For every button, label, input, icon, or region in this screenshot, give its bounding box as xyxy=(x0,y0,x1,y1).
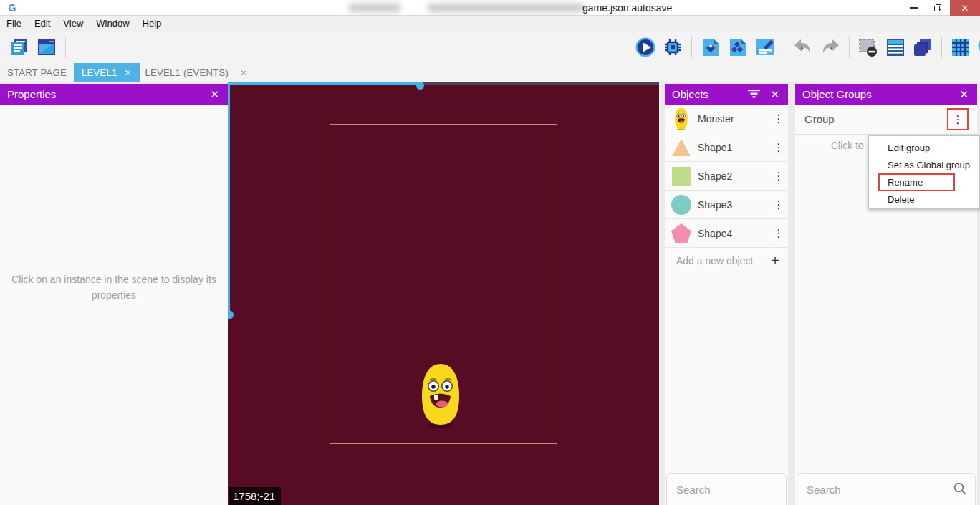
redacted-title-segment xyxy=(428,4,584,12)
add-object-group-icon[interactable] xyxy=(726,36,750,59)
title-bar: G game.json.autosave ✕ xyxy=(0,0,980,16)
selection-edge-top xyxy=(228,82,418,85)
object-row-shape1[interactable]: Shape1 ⋮ xyxy=(665,133,788,162)
groups-search-box xyxy=(797,473,976,505)
add-new-object-label: Add a new object xyxy=(676,255,771,266)
group-name: Group xyxy=(804,113,970,125)
search-icon[interactable] xyxy=(953,482,966,498)
object-name: Shape1 xyxy=(698,142,769,153)
tab-close-icon[interactable]: ✕ xyxy=(240,68,247,78)
tab-level1[interactable]: LEVEL1 ✕ xyxy=(74,63,140,82)
menu-item-edit-group[interactable]: Edit group xyxy=(869,140,979,157)
toolbar: 1:1 xyxy=(0,32,980,63)
kebab-menu-icon[interactable]: ⋮ xyxy=(948,115,967,125)
menu-item-rename[interactable]: Rename xyxy=(869,174,979,191)
menu-help[interactable]: Help xyxy=(136,16,168,32)
kebab-menu-icon[interactable]: ⋮ xyxy=(769,114,788,124)
circle-thumbnail-icon xyxy=(665,195,698,215)
objects-search-box xyxy=(666,473,787,505)
window-title: game.json.autosave xyxy=(582,2,672,14)
preview-play-icon[interactable] xyxy=(633,36,658,59)
object-name: Shape2 xyxy=(698,170,769,182)
tab-bar: START PAGE LEVEL1 ✕ LEVEL1 (EVENTS) ✕ xyxy=(0,63,980,82)
properties-title: Properties xyxy=(7,88,56,100)
plus-icon: + xyxy=(771,253,779,269)
properties-header: Properties ✕ xyxy=(0,84,228,105)
monster-thumbnail-icon xyxy=(665,107,698,130)
tab-label: LEVEL1 xyxy=(82,67,117,78)
close-button[interactable]: ✕ xyxy=(950,0,980,16)
square-thumbnail-icon xyxy=(665,167,698,186)
object-row-monster[interactable]: Monster ⋮ xyxy=(665,105,788,133)
close-icon: ✕ xyxy=(961,3,969,14)
annotation-box-kebab: ⋮ xyxy=(947,108,969,130)
close-icon[interactable]: ✕ xyxy=(958,88,970,101)
toolbar-divider xyxy=(784,37,784,58)
object-row-shape3[interactable]: Shape3 ⋮ xyxy=(665,191,788,219)
object-row-shape2[interactable]: Shape2 ⋮ xyxy=(665,162,788,191)
debugger-icon[interactable] xyxy=(660,36,685,59)
kebab-menu-icon[interactable]: ⋮ xyxy=(769,143,788,153)
monster-instance[interactable] xyxy=(416,362,465,429)
kebab-menu-icon[interactable]: ⋮ xyxy=(769,171,788,181)
start-page-icon[interactable] xyxy=(34,36,59,59)
restore-button[interactable] xyxy=(926,0,950,16)
group-context-menu: Edit group Set as Global group Rename De… xyxy=(868,135,980,209)
edit-scene-properties-icon[interactable] xyxy=(753,36,777,59)
add-new-object-button[interactable]: Add a new object + xyxy=(665,248,788,274)
tab-level1-events[interactable]: LEVEL1 (EVENTS) ✕ xyxy=(140,63,253,82)
objects-panel: Objects ✕ Monster ⋮ xyxy=(665,84,788,505)
close-icon[interactable]: ✕ xyxy=(208,88,221,101)
gdevelop-window: G game.json.autosave ✕ File Edit View Wi… xyxy=(0,0,980,505)
object-groups-header: Object Groups ✕ xyxy=(795,84,977,105)
project-manager-icon[interactable] xyxy=(7,36,32,59)
menu-bar: File Edit View Window Help xyxy=(0,16,980,32)
instances-list-icon[interactable] xyxy=(883,36,908,59)
tab-start-page[interactable]: START PAGE xyxy=(0,63,74,82)
menu-item-delete[interactable]: Delete xyxy=(869,191,979,208)
group-row[interactable]: Group ⋮ xyxy=(795,105,977,135)
object-name: Shape3 xyxy=(698,199,769,211)
groups-search-input[interactable] xyxy=(797,484,953,496)
grid-icon[interactable] xyxy=(948,36,973,59)
filter-icon[interactable] xyxy=(748,88,760,100)
object-name: Monster xyxy=(698,113,769,125)
menu-view[interactable]: View xyxy=(57,16,90,32)
add-object-icon[interactable] xyxy=(698,36,723,59)
menu-file[interactable]: File xyxy=(0,16,28,32)
menu-edit[interactable]: Edit xyxy=(28,16,57,32)
tab-label: START PAGE xyxy=(7,67,67,78)
layers-icon[interactable] xyxy=(911,36,935,59)
kebab-menu-icon[interactable]: ⋮ xyxy=(769,200,788,210)
redacted-title-segment xyxy=(349,4,400,12)
triangle-thumbnail-icon xyxy=(665,138,698,158)
toolbar-divider xyxy=(65,37,66,58)
toolbar-divider xyxy=(849,37,850,58)
redo-icon[interactable] xyxy=(818,36,842,59)
minimize-icon xyxy=(910,7,918,9)
kebab-menu-icon[interactable]: ⋮ xyxy=(769,229,788,239)
minimize-button[interactable] xyxy=(901,0,926,16)
undo-icon[interactable] xyxy=(791,36,815,59)
menu-window[interactable]: Window xyxy=(90,16,135,32)
scene-canvas[interactable]: 1758;-21 xyxy=(228,82,659,505)
properties-panel: Properties ✕ Click on an instance in the… xyxy=(0,84,228,505)
mask-icon[interactable] xyxy=(856,36,880,59)
toolbar-divider xyxy=(941,37,942,58)
objects-header: Objects ✕ xyxy=(665,84,788,105)
selection-edge-left xyxy=(228,82,230,316)
close-icon[interactable]: ✕ xyxy=(769,88,781,101)
pentagon-thumbnail-icon xyxy=(665,223,698,244)
selection-handle-left[interactable] xyxy=(228,310,234,319)
tab-close-icon[interactable]: ✕ xyxy=(125,68,132,78)
objects-title: Objects xyxy=(672,88,708,100)
zoom-1-1-icon[interactable]: 1:1 xyxy=(976,36,980,59)
cursor-coordinates: 1758;-21 xyxy=(229,487,281,505)
menu-item-set-global-group[interactable]: Set as Global group xyxy=(869,157,979,174)
group-hint-text: Click to xyxy=(831,140,864,151)
gdevelop-logo-icon: G xyxy=(6,2,18,14)
object-row-shape4[interactable]: Shape4 ⋮ xyxy=(665,219,788,248)
toolbar-divider xyxy=(691,37,692,58)
selection-handle-top[interactable] xyxy=(416,82,424,90)
tab-label: LEVEL1 (EVENTS) xyxy=(145,67,229,78)
